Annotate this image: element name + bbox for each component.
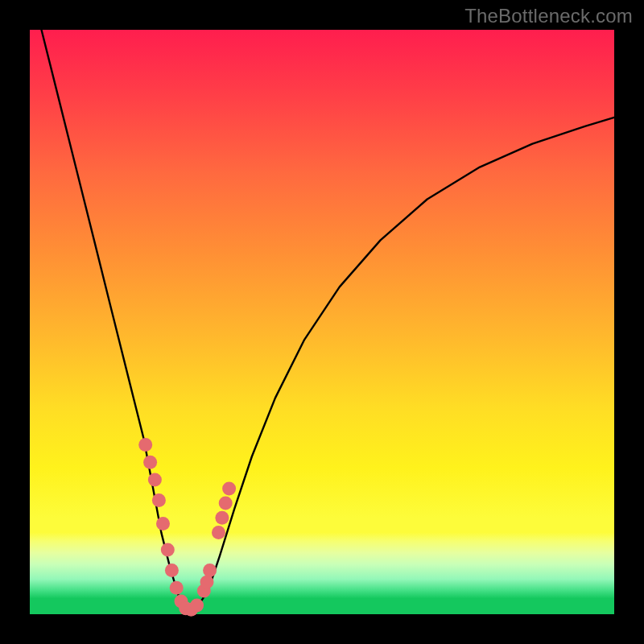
highlight-point	[203, 564, 217, 577]
highlight-point	[152, 493, 166, 507]
highlight-point	[190, 599, 204, 613]
chart-svg	[30, 30, 614, 614]
highlight-point	[143, 456, 157, 469]
watermark-text: TheBottleneck.com	[464, 5, 633, 27]
highlight-point	[165, 564, 179, 577]
highlight-point	[156, 517, 170, 530]
highlight-point	[212, 526, 225, 539]
plot-area	[30, 30, 614, 614]
highlight-point	[215, 511, 229, 525]
chart-frame: TheBottleneck.com	[0, 0, 644, 644]
highlight-point	[138, 438, 152, 452]
curve-path	[42, 30, 615, 611]
highlight-point	[219, 497, 233, 510]
highlight-point	[161, 543, 175, 557]
highlight-markers	[138, 438, 236, 617]
highlight-point	[222, 481, 236, 495]
highlight-point	[148, 473, 162, 487]
highlight-point	[200, 576, 214, 589]
highlight-point	[170, 581, 184, 595]
bottleneck-curve	[42, 30, 615, 611]
